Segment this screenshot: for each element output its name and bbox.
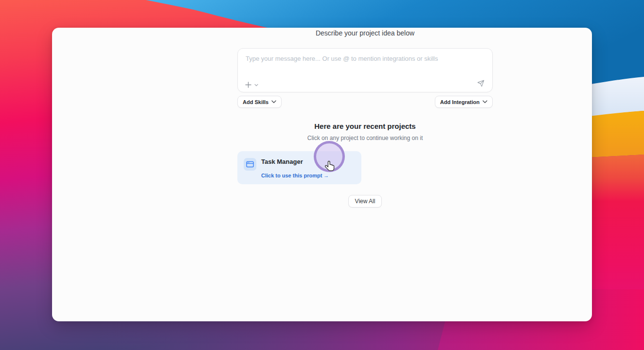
page-title: Describe your project idea below (237, 29, 493, 37)
project-name: Task Manager (261, 158, 329, 166)
view-all-wrap: View All (237, 195, 493, 208)
project-card-text: Task Manager Click to use this prompt → (261, 158, 329, 179)
add-integration-button[interactable]: Add Integration (435, 96, 493, 108)
quick-actions: Add Skills Add Integration (237, 96, 493, 108)
send-button[interactable] (475, 78, 486, 88)
message-input[interactable] (238, 49, 492, 77)
use-prompt-link[interactable]: Click to use this prompt → (261, 173, 329, 179)
desktop: Describe your project idea below (0, 0, 644, 350)
view-all-button[interactable]: View All (348, 195, 382, 208)
chevron-down-icon (254, 84, 258, 87)
main-content: Describe your project idea below (237, 28, 493, 208)
app-window-icon (246, 161, 254, 168)
project-card-grid: Task Manager Click to use this prompt → (237, 151, 493, 184)
add-integration-label: Add Integration (440, 99, 480, 105)
add-skills-label: Add Skills (243, 99, 268, 105)
app-window: Describe your project idea below (52, 28, 592, 321)
attach-button[interactable] (245, 82, 258, 88)
add-skills-button[interactable]: Add Skills (237, 96, 282, 108)
chevron-down-icon (271, 100, 276, 104)
plus-icon (245, 82, 251, 88)
recent-projects-subtitle: Click on any project to continue working… (237, 134, 493, 142)
project-card-task-manager[interactable]: Task Manager Click to use this prompt → (237, 151, 361, 184)
project-icon-chip (244, 158, 256, 171)
chevron-down-icon (483, 100, 487, 104)
prompt-composer (237, 48, 493, 92)
recent-projects-title: Here are your recent projects (237, 122, 493, 131)
send-icon (477, 80, 484, 87)
